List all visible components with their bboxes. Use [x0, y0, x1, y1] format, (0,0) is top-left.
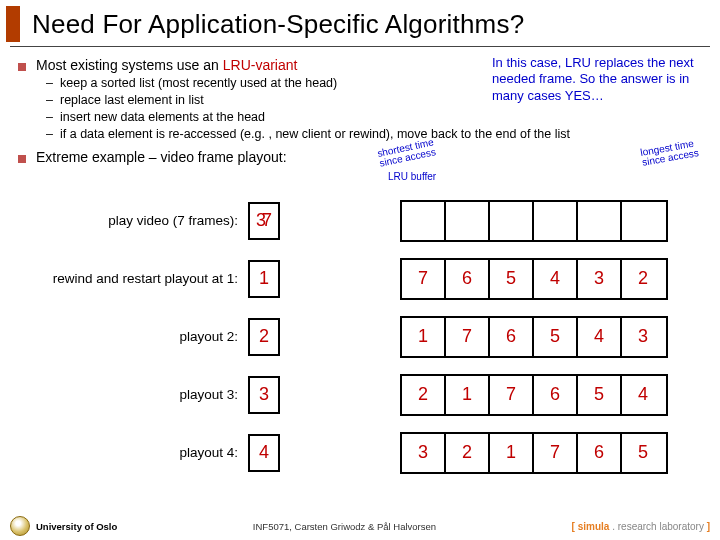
bracket: ] — [704, 521, 710, 532]
buffer-cell — [578, 202, 622, 240]
bullet-2: Extreme example – video frame playout: — [18, 149, 702, 165]
playout-table: play video (7 frames): 3 7 — [18, 195, 702, 479]
bullet-2-text: Extreme example – video frame playout: — [36, 149, 287, 165]
table-row: playout 3: 3 2 1 7 6 5 4 — [18, 369, 702, 421]
lru-buffer: 2 1 7 6 5 4 — [400, 374, 668, 416]
current-frame-box: 3 — [248, 376, 280, 414]
buffer-cell: 4 — [578, 318, 622, 356]
lru-buffer-label: LRU buffer — [388, 171, 436, 182]
dash-icon: – — [46, 75, 60, 92]
sub-item-text: insert new data elements at the head — [60, 109, 265, 126]
sub-item: –insert new data elements at the head — [46, 109, 702, 126]
sub-item-text: keep a sorted list (most recently used a… — [60, 75, 337, 92]
buffer-cell: 3 — [402, 434, 446, 472]
dash-icon: – — [46, 92, 60, 109]
buffer-cell — [402, 202, 446, 240]
simula-text: simula — [578, 521, 610, 532]
current-frame-box: 4 — [248, 434, 280, 472]
buffer-cell: 7 — [490, 376, 534, 414]
bullet-1-text: Most existing systems use an LRU-variant — [36, 57, 297, 73]
dot: . — [609, 521, 617, 532]
lab-text: research laboratory — [618, 521, 704, 532]
sub-item: –if a data element is re-accessed (e.g. … — [46, 126, 702, 143]
bullet-square-icon — [18, 155, 26, 163]
buffer-cell: 6 — [490, 318, 534, 356]
buffer-cell: 1 — [490, 434, 534, 472]
table-row: play video (7 frames): 3 7 — [18, 195, 702, 247]
buffer-cell — [446, 202, 490, 240]
row-label: playout 3: — [18, 387, 248, 402]
slide-title: Need For Application-Specific Algorithms… — [32, 9, 524, 40]
row-label: playout 4: — [18, 445, 248, 460]
current-frame-box: 1 — [248, 260, 280, 298]
slide-body: In this case, LRU replaces the next need… — [0, 55, 720, 479]
buffer-cell: 2 — [446, 434, 490, 472]
slide-footer: University of Oslo INF5071, Carsten Griw… — [0, 516, 720, 536]
buffer-cell: 6 — [534, 376, 578, 414]
lru-buffer: 3 2 1 7 6 5 — [400, 432, 668, 474]
buffer-cell: 6 — [446, 260, 490, 298]
footer-center-text: INF5071, Carsten Griwodz & Pål Halvorsen — [253, 521, 436, 532]
title-underline — [10, 46, 710, 47]
sub-item-text: if a data element is re-accessed (e.g. ,… — [60, 126, 570, 143]
bullet-square-icon — [18, 63, 26, 71]
sub-item-text: replace last element in list — [60, 92, 204, 109]
footer-left-text: University of Oslo — [36, 521, 117, 532]
current-frame-box: 3 7 — [248, 202, 280, 240]
buffer-cell: 2 — [402, 376, 446, 414]
lru-buffer: 1 7 6 5 4 3 — [400, 316, 668, 358]
bullet-1-lead: Most existing systems use an — [36, 57, 223, 73]
footer-left: University of Oslo — [10, 516, 117, 536]
box-digit: 7 — [262, 210, 272, 231]
buffer-cell: 6 — [578, 434, 622, 472]
lru-buffer: 7 6 5 4 3 2 — [400, 258, 668, 300]
table-row: playout 4: 4 3 2 1 7 6 5 — [18, 427, 702, 479]
buffer-cell: 5 — [534, 318, 578, 356]
row-label: rewind and restart playout at 1: — [18, 271, 248, 286]
current-frame-box: 2 — [248, 318, 280, 356]
buffer-cell: 7 — [402, 260, 446, 298]
buffer-cell: 5 — [622, 434, 664, 472]
dash-icon: – — [46, 126, 60, 143]
buffer-cell: 3 — [622, 318, 664, 356]
side-note: In this case, LRU replaces the next need… — [492, 55, 702, 104]
title-accent-block — [6, 6, 20, 42]
university-seal-icon — [10, 516, 30, 536]
buffer-cell: 1 — [446, 376, 490, 414]
footer-right: [ simula . research laboratory ] — [572, 521, 710, 532]
buffer-cell: 3 — [578, 260, 622, 298]
row-label: play video (7 frames): — [18, 213, 248, 228]
lru-buffer — [400, 200, 668, 242]
slide-root: Need For Application-Specific Algorithms… — [0, 0, 720, 540]
buffer-cell — [622, 202, 664, 240]
buffer-cell: 5 — [578, 376, 622, 414]
buffer-cell: 4 — [534, 260, 578, 298]
buffer-cell — [534, 202, 578, 240]
lru-variant-text: LRU-variant — [223, 57, 298, 73]
buffer-cell: 1 — [402, 318, 446, 356]
buffer-cell: 7 — [446, 318, 490, 356]
buffer-cell: 2 — [622, 260, 664, 298]
dash-icon: – — [46, 109, 60, 126]
title-bar: Need For Application-Specific Algorithms… — [0, 0, 720, 46]
row-label: playout 2: — [18, 329, 248, 344]
table-row: rewind and restart playout at 1: 1 7 6 5… — [18, 253, 702, 305]
section-2: Extreme example – video frame playout: s… — [18, 149, 702, 479]
buffer-cell: 7 — [534, 434, 578, 472]
buffer-cell: 5 — [490, 260, 534, 298]
buffer-cell — [490, 202, 534, 240]
buffer-cell: 4 — [622, 376, 664, 414]
table-row: playout 2: 2 1 7 6 5 4 3 — [18, 311, 702, 363]
